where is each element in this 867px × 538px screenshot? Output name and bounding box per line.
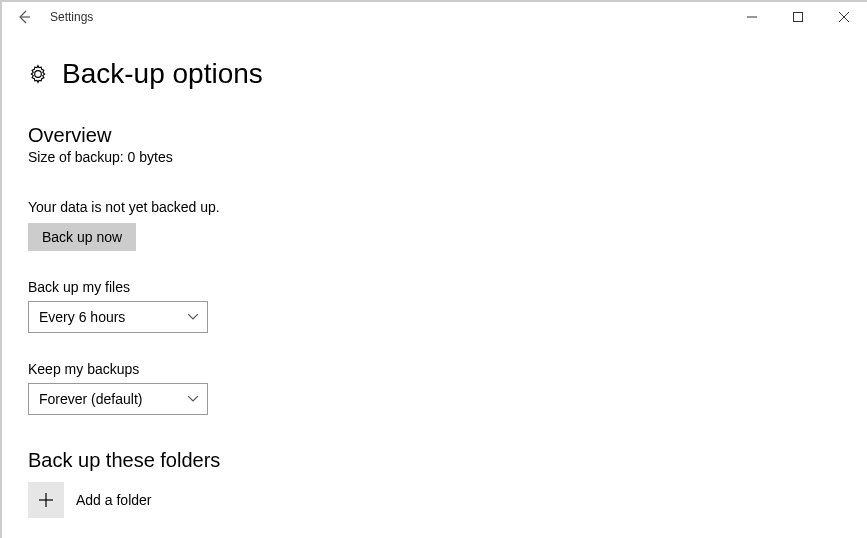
backup-frequency-select[interactable]: Every 6 hours xyxy=(28,301,208,333)
window-controls xyxy=(729,2,867,32)
page-title: Back-up options xyxy=(62,58,263,90)
close-icon xyxy=(839,12,849,22)
backup-retention-label: Keep my backups xyxy=(28,361,841,377)
backup-retention-select[interactable]: Forever (default) xyxy=(28,383,208,415)
maximize-icon xyxy=(793,12,803,22)
content-area: Back-up options Overview Size of backup:… xyxy=(2,32,867,518)
chevron-down-icon xyxy=(187,311,199,323)
backup-size-text: Size of backup: 0 bytes xyxy=(28,149,841,165)
backup-frequency-label: Back up my files xyxy=(28,279,841,295)
svg-rect-1 xyxy=(794,13,803,22)
back-button[interactable] xyxy=(16,9,32,25)
backup-status-text: Your data is not yet backed up. xyxy=(28,199,841,215)
add-folder-label: Add a folder xyxy=(76,492,152,508)
plus-tile xyxy=(28,482,64,518)
gear-icon xyxy=(28,64,48,84)
add-folder-button[interactable]: Add a folder xyxy=(28,482,841,518)
minimize-icon xyxy=(747,12,757,22)
maximize-button[interactable] xyxy=(775,2,821,32)
back-arrow-icon xyxy=(16,9,32,25)
plus-icon xyxy=(38,492,54,508)
overview-heading: Overview xyxy=(28,124,841,147)
titlebar: Settings xyxy=(2,2,867,32)
window-title: Settings xyxy=(50,10,93,24)
page-heading-row: Back-up options xyxy=(28,58,841,90)
backup-now-button[interactable]: Back up now xyxy=(28,223,136,251)
chevron-down-icon xyxy=(187,393,199,405)
backup-frequency-value: Every 6 hours xyxy=(39,309,125,325)
backup-retention-value: Forever (default) xyxy=(39,391,142,407)
minimize-button[interactable] xyxy=(729,2,775,32)
folders-heading: Back up these folders xyxy=(28,449,841,472)
close-button[interactable] xyxy=(821,2,867,32)
